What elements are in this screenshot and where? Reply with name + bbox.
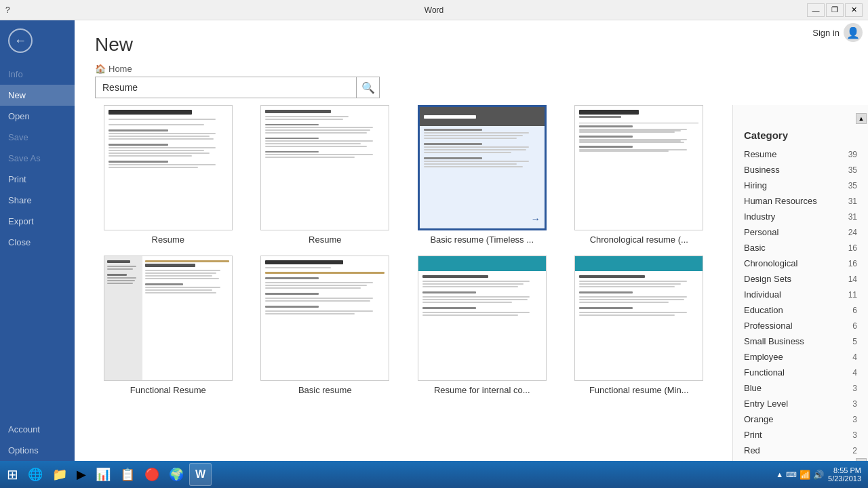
restore-button[interactable]: ❐ [826,3,844,17]
preview-line [424,135,523,136]
search-button[interactable]: 🔍 [356,77,379,98]
sidebar-item-new[interactable]: New [0,85,75,106]
template-card[interactable]: Functional Resume [95,256,241,395]
category-item[interactable]: Employee4 [733,349,868,365]
category-item[interactable]: Orange3 [733,411,868,427]
preview-line [265,272,384,274]
resume-preview-5 [104,256,232,380]
scroll-down-button[interactable]: ▼ [856,458,867,461]
taskbar-app2[interactable]: 📋 [116,462,139,487]
template-thumb-resume4 [574,105,703,230]
category-item[interactable]: Chronological16 [733,256,868,271]
category-item[interactable]: Hiring35 [733,178,868,193]
category-count: 31 [848,197,857,206]
category-item[interactable]: Individual11 [733,287,868,302]
tray-keyboard-icon: ⌨ [786,470,797,479]
category-count: 2 [852,446,857,455]
preview-header [418,256,546,271]
preview-line [145,278,219,279]
category-count: 16 [848,243,857,253]
category-name: Functional [744,367,785,378]
back-button[interactable]: ← [3,24,37,58]
preview-line [265,285,367,286]
preview-line [422,275,488,278]
sidebar-item-export[interactable]: Export [0,211,75,232]
preview-line [145,287,220,288]
sidebar-item-info: Info [0,64,75,85]
resume-preview-6 [261,256,389,380]
category-item[interactable]: Functional4 [733,365,868,380]
templates-area: Resume [75,105,868,461]
sidebar: ← Info New Open Save Save As Print Share… [0,20,75,461]
category-item[interactable]: Industry31 [733,209,868,224]
template-card-selected[interactable]: → Basic resume (Timeless ... [409,105,555,245]
template-card[interactable]: Resume [252,105,399,245]
tray-up-arrow[interactable]: ▲ [776,470,783,479]
template-name: Chronological resume (... [590,235,688,245]
preview-line [579,142,684,143]
taskbar-ie[interactable]: 🌐 [24,462,47,487]
close-button[interactable]: ✕ [845,3,863,17]
preview-line [579,150,669,152]
category-name: Basic [744,243,766,253]
category-item[interactable]: Business35 [733,162,868,178]
category-item[interactable]: Design Sets14 [733,271,868,287]
scroll-up-button[interactable]: ▲ [856,113,867,124]
category-item[interactable]: Education6 [733,302,868,318]
template-card[interactable]: Resume for internal co... [409,256,555,395]
category-item[interactable]: Entry Level3 [733,396,868,411]
template-card[interactable]: Resume [95,105,241,245]
preview-line [265,157,355,158]
start-button[interactable]: ⊞ [3,462,22,487]
preview-line [424,152,511,153]
preview-line [108,129,168,131]
search-input[interactable] [96,79,356,96]
preview-line [424,138,517,139]
sidebar-item-account[interactable]: Account [0,419,75,440]
category-item[interactable]: Red2 [733,443,868,458]
preview-line [579,302,669,303]
category-item[interactable]: Print3 [733,427,868,443]
template-card[interactable]: Functional resume (Min... [566,256,713,395]
tray-volume-icon: 🔊 [813,470,824,480]
category-name: Education [744,305,783,315]
category-item[interactable]: Personal24 [733,224,868,240]
preview-line [422,296,530,298]
category-item[interactable]: Basic16 [733,240,868,256]
taskbar-word-active[interactable]: W [189,463,212,486]
sidebar-item-open[interactable]: Open [0,106,75,127]
preview-line [265,129,370,131]
template-card[interactable]: Chronological resume (... [566,105,713,245]
category-panel: ▲ Category Resume39Business35Hiring35Hum… [732,105,868,461]
taskbar-media[interactable]: ▶ [73,462,90,487]
category-item[interactable]: Small Business5 [733,333,868,349]
sidebar-item-share[interactable]: Share [0,190,75,211]
template-thumb-resume7 [418,256,547,381]
taskbar-chrome[interactable]: 🌍 [165,462,188,487]
sidebar-item-close[interactable]: Close [0,232,75,253]
category-count: 3 [852,430,857,440]
template-card[interactable]: Basic resume [252,256,399,395]
preview-line [265,140,372,142]
preview-line [107,266,137,267]
preview-line [107,280,135,281]
preview-line [579,136,633,138]
sidebar-item-options[interactable]: Options [0,440,75,461]
category-item[interactable]: Blue3 [733,380,868,396]
signin-link[interactable]: Sign in [812,28,840,38]
preview-line [265,132,367,134]
preview-line [579,131,675,133]
taskbar-files[interactable]: 📁 [48,462,71,487]
minimize-button[interactable]: — [807,3,825,17]
category-item[interactable]: Resume39 [733,146,868,162]
category-item[interactable]: Professional6 [733,318,868,333]
preview-line [265,300,370,302]
title-bar-help[interactable]: ? [5,5,10,15]
home-link[interactable]: 🏠 Home [95,64,132,74]
taskbar-app3[interactable]: 🔴 [140,462,163,487]
taskbar-app1[interactable]: 📊 [92,462,115,487]
sidebar-item-print[interactable]: Print [0,169,75,190]
preview-line [108,147,216,148]
preview-line [424,115,476,119]
category-item[interactable]: Human Resources31 [733,193,868,209]
